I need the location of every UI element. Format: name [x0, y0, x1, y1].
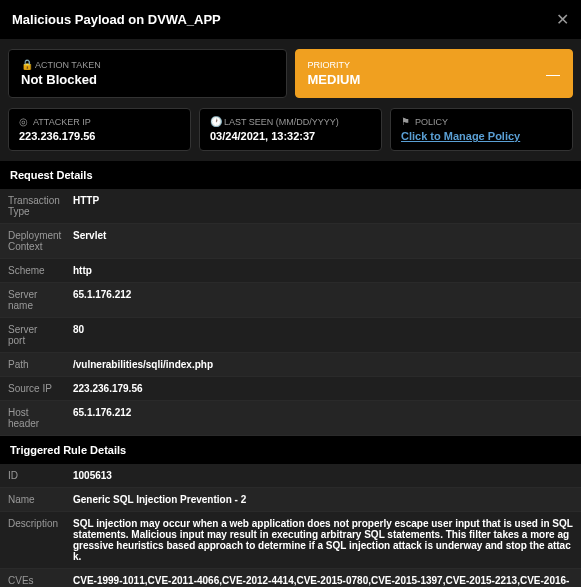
- row-label: Host header: [0, 401, 65, 435]
- last-seen-label: 🕐 LAST SEEN (MM/DD/YYYY): [210, 117, 371, 127]
- attacker-ip-label: ◎ ATTACKER IP: [19, 117, 180, 127]
- row-label: ID: [0, 464, 65, 487]
- action-label: 🔒 ACTION TAKEN: [21, 60, 274, 70]
- attacker-ip-card: ◎ ATTACKER IP 223.236.179.56: [8, 108, 191, 151]
- policy-card: ⚑ POLICY Click to Manage Policy: [390, 108, 573, 151]
- row-label: Path: [0, 353, 65, 376]
- table-row: NameGeneric SQL Injection Prevention - 2: [0, 488, 581, 512]
- row-value: 65.1.176.212: [65, 401, 581, 435]
- row-value: http: [65, 259, 581, 282]
- last-seen-card: 🕐 LAST SEEN (MM/DD/YYYY) 03/24/2021, 13:…: [199, 108, 382, 151]
- table-row: Path/vulnerabilities/sqli/index.php: [0, 353, 581, 377]
- minus-icon[interactable]: —: [546, 66, 560, 82]
- action-value: Not Blocked: [21, 72, 274, 87]
- table-row: Transaction TypeHTTP: [0, 189, 581, 224]
- modal: Malicious Payload on DVWA_APP ✕ 🔒 ACTION…: [0, 0, 581, 587]
- row-label: Source IP: [0, 377, 65, 400]
- table-row: ID1005613: [0, 464, 581, 488]
- last-seen-label-text: LAST SEEN (MM/DD/YYYY): [224, 117, 339, 127]
- close-icon[interactable]: ✕: [556, 10, 569, 29]
- action-taken-card: 🔒 ACTION TAKEN Not Blocked: [8, 49, 287, 98]
- flag-icon: ⚑: [401, 117, 411, 127]
- rule-details-header: Triggered Rule Details: [0, 436, 581, 464]
- row-value: Servlet: [65, 224, 581, 258]
- table-row: Server name65.1.176.212: [0, 283, 581, 318]
- table-row: Deployment ContextServlet: [0, 224, 581, 259]
- row-label: Server name: [0, 283, 65, 317]
- lock-icon: 🔒: [21, 60, 31, 70]
- row-value: 65.1.176.212: [65, 283, 581, 317]
- row-label: Server port: [0, 318, 65, 352]
- row-value: SQL injection may occur when a web appli…: [65, 512, 581, 568]
- clock-icon: 🕐: [210, 117, 220, 127]
- priority-value: MEDIUM: [308, 72, 361, 87]
- table-row: Source IP223.236.179.56: [0, 377, 581, 401]
- row-value: 80: [65, 318, 581, 352]
- request-details-header: Request Details: [0, 161, 581, 189]
- policy-link[interactable]: Click to Manage Policy: [401, 130, 562, 142]
- priority-card[interactable]: PRIORITY MEDIUM —: [295, 49, 574, 98]
- row-label: Name: [0, 488, 65, 511]
- row-label: Deployment Context: [0, 224, 65, 258]
- row-value: 1005613: [65, 464, 581, 487]
- row-value: Generic SQL Injection Prevention - 2: [65, 488, 581, 511]
- row-label: CVEs: [0, 569, 65, 587]
- priority-label: PRIORITY: [308, 60, 361, 70]
- table-row: Schemehttp: [0, 259, 581, 283]
- last-seen-value: 03/24/2021, 13:32:37: [210, 130, 371, 142]
- row-value: /vulnerabilities/sqli/index.php: [65, 353, 581, 376]
- row-label: Transaction Type: [0, 189, 65, 223]
- table-row: CVEsCVE-1999-1011,CVE-2011-4066,CVE-2012…: [0, 569, 581, 587]
- row-label: Description: [0, 512, 65, 568]
- row-label: Scheme: [0, 259, 65, 282]
- row-value: HTTP: [65, 189, 581, 223]
- row-value: 223.236.179.56: [65, 377, 581, 400]
- info-cards: ◎ ATTACKER IP 223.236.179.56 🕐 LAST SEEN…: [0, 108, 581, 161]
- table-row: Server port80: [0, 318, 581, 353]
- top-cards: 🔒 ACTION TAKEN Not Blocked PRIORITY MEDI…: [0, 39, 581, 108]
- table-row: Host header65.1.176.212: [0, 401, 581, 436]
- modal-title: Malicious Payload on DVWA_APP: [12, 12, 221, 27]
- request-details-table: Transaction TypeHTTPDeployment ContextSe…: [0, 189, 581, 436]
- action-label-text: ACTION TAKEN: [35, 60, 101, 70]
- attacker-ip-value: 223.236.179.56: [19, 130, 180, 142]
- table-row: DescriptionSQL injection may occur when …: [0, 512, 581, 569]
- policy-label-text: POLICY: [415, 117, 448, 127]
- target-icon: ◎: [19, 117, 29, 127]
- row-value: CVE-1999-1011,CVE-2011-4066,CVE-2012-441…: [65, 569, 581, 587]
- policy-label: ⚑ POLICY: [401, 117, 562, 127]
- modal-header: Malicious Payload on DVWA_APP ✕: [0, 0, 581, 39]
- attacker-ip-label-text: ATTACKER IP: [33, 117, 91, 127]
- rule-details-table: ID1005613NameGeneric SQL Injection Preve…: [0, 464, 581, 587]
